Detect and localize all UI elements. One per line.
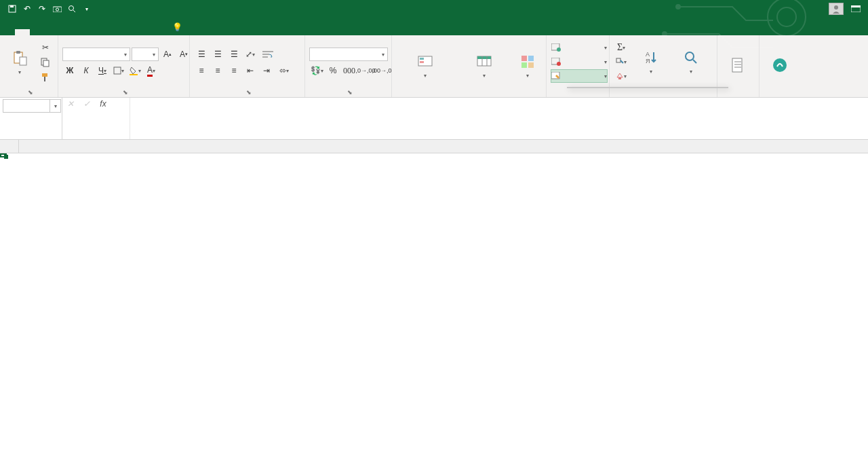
format-cells-button[interactable]: ▾ bbox=[551, 69, 608, 83]
tab-page-layout[interactable] bbox=[45, 29, 60, 35]
save-icon[interactable] bbox=[5, 2, 19, 16]
svg-point-11 bbox=[676, 5, 680, 9]
active-cell[interactable] bbox=[0, 153, 7, 157]
svg-rect-19 bbox=[114, 67, 121, 74]
align-right-icon[interactable]: ≡ bbox=[226, 64, 241, 77]
group-number: ▾ 💱▾ % 000 ,0→,00 ,00→,0 ⬊ bbox=[305, 35, 392, 97]
dialog-launcher-icon[interactable]: ⬊ bbox=[123, 89, 128, 96]
svg-point-3 bbox=[56, 8, 58, 11]
fill-color-icon[interactable]: ▾ bbox=[127, 64, 142, 77]
svg-rect-26 bbox=[420, 61, 424, 63]
border-icon[interactable]: ▾ bbox=[111, 64, 126, 77]
decrease-indent-icon[interactable]: ⇤ bbox=[243, 64, 258, 77]
tab-home[interactable] bbox=[15, 29, 30, 35]
increase-decimal-icon[interactable]: ,0→,00 bbox=[358, 64, 373, 77]
svg-rect-17 bbox=[43, 60, 49, 67]
format-as-table-button[interactable]: ▾ bbox=[457, 41, 511, 90]
shrink-font-icon[interactable]: A▾ bbox=[176, 48, 191, 61]
underline-button[interactable]: Ч ▾ bbox=[95, 64, 110, 77]
clear-icon[interactable]: ▾ bbox=[614, 69, 629, 83]
number-format-combo[interactable]: ▾ bbox=[309, 48, 388, 61]
align-left-icon[interactable]: ≡ bbox=[194, 64, 209, 77]
dialog-launcher-icon[interactable]: ⬊ bbox=[246, 89, 252, 96]
tab-help[interactable] bbox=[134, 29, 149, 35]
copy-icon[interactable] bbox=[38, 56, 53, 69]
create-budget-button[interactable] bbox=[764, 41, 796, 90]
cut-icon[interactable]: ✂ bbox=[38, 41, 53, 54]
tab-review[interactable] bbox=[104, 29, 119, 35]
align-middle-icon[interactable]: ☰ bbox=[210, 48, 225, 61]
svg-point-38 bbox=[557, 62, 561, 66]
orientation-icon[interactable]: ⤢▾ bbox=[243, 48, 258, 61]
svg-text:Я: Я bbox=[646, 58, 650, 64]
undo-icon[interactable]: ↶ bbox=[20, 2, 34, 16]
ribbon-display-icon[interactable] bbox=[849, 2, 863, 16]
svg-point-50 bbox=[773, 58, 787, 72]
formula-buttons: ✕ ✓ fx bbox=[62, 98, 130, 139]
enter-formula-icon[interactable]: ✓ bbox=[79, 99, 95, 109]
svg-rect-33 bbox=[521, 62, 527, 68]
font-name-combo[interactable]: ▾ bbox=[62, 48, 130, 61]
align-top-icon[interactable]: ☰ bbox=[194, 48, 209, 61]
tab-view[interactable] bbox=[119, 29, 134, 35]
svg-rect-34 bbox=[528, 62, 534, 68]
cancel-formula-icon[interactable]: ✕ bbox=[62, 99, 79, 109]
format-painter-icon[interactable] bbox=[38, 71, 53, 84]
decrease-decimal-icon[interactable]: ,00→,0 bbox=[374, 64, 389, 77]
align-center-icon[interactable]: ≡ bbox=[210, 64, 225, 77]
paste-button[interactable]: ▾ bbox=[4, 38, 35, 87]
percent-format-icon[interactable]: % bbox=[326, 64, 340, 77]
dialog-launcher-icon[interactable]: ⬊ bbox=[28, 89, 33, 96]
delete-cells-button[interactable]: ▾ bbox=[551, 55, 608, 69]
svg-line-45 bbox=[693, 60, 696, 63]
fx-icon[interactable]: fx bbox=[95, 99, 111, 109]
print-preview-icon[interactable] bbox=[65, 2, 79, 16]
cell-styles-button[interactable]: ▾ bbox=[513, 41, 542, 90]
avatar[interactable] bbox=[829, 3, 844, 15]
merge-center-icon[interactable]: ⬄▾ bbox=[275, 64, 293, 77]
svg-rect-20 bbox=[130, 74, 138, 75]
wrap-text-icon[interactable] bbox=[259, 48, 277, 61]
fill-handle[interactable] bbox=[4, 155, 8, 159]
increase-indent-icon[interactable]: ⇥ bbox=[259, 64, 274, 77]
comma-format-icon[interactable]: 000 bbox=[342, 64, 357, 77]
tab-power-pivot[interactable] bbox=[149, 29, 164, 35]
svg-line-5 bbox=[73, 10, 75, 12]
tab-developer[interactable] bbox=[75, 29, 90, 35]
svg-rect-28 bbox=[477, 56, 491, 59]
tab-insert[interactable] bbox=[30, 29, 45, 35]
select-all-corner[interactable] bbox=[0, 140, 19, 153]
dialog-launcher-icon[interactable]: ⬊ bbox=[347, 89, 353, 96]
fill-icon[interactable]: ▾ bbox=[614, 55, 629, 69]
formula-input[interactable] bbox=[130, 98, 868, 139]
bold-button[interactable]: Ж bbox=[62, 64, 77, 77]
group-clipboard: ▾ ✂ ⬊ bbox=[0, 35, 58, 97]
title-bar: ↶ ↷ ▾ bbox=[0, 0, 868, 18]
name-box-dropdown[interactable]: ▾ bbox=[50, 99, 61, 113]
other-button[interactable] bbox=[722, 41, 754, 90]
accounting-format-icon[interactable]: 💱▾ bbox=[309, 64, 324, 77]
tab-data[interactable] bbox=[90, 29, 104, 35]
autosum-icon[interactable]: Σ ▾ bbox=[614, 41, 629, 54]
font-color-icon[interactable]: А▾ bbox=[144, 64, 159, 77]
group-font: ▾ ▾ A▴ A▾ Ж К Ч ▾ ▾ ▾ А▾ ⬊ bbox=[58, 35, 190, 97]
camera-icon[interactable] bbox=[50, 2, 64, 16]
qat-dropdown-icon[interactable]: ▾ bbox=[80, 2, 94, 16]
font-size-combo[interactable]: ▾ bbox=[132, 48, 159, 61]
svg-rect-8 bbox=[851, 5, 861, 7]
svg-rect-32 bbox=[528, 56, 534, 61]
svg-rect-31 bbox=[521, 56, 527, 61]
redo-icon[interactable]: ↷ bbox=[35, 2, 49, 16]
group-alignment: ☰ ☰ ☰ ⤢▾ ≡ ≡ ≡ ⇤ ⇥ ⬄▾ ⬊ bbox=[190, 35, 305, 97]
find-select-button[interactable]: ▾ bbox=[673, 37, 709, 86]
sort-filter-button[interactable]: АЯ ▾ bbox=[631, 37, 671, 86]
grow-font-icon[interactable]: A▴ bbox=[160, 48, 175, 61]
tab-formulas[interactable] bbox=[60, 29, 75, 35]
cell-reference-input[interactable] bbox=[3, 99, 50, 113]
tell-me-search[interactable]: 💡 bbox=[172, 22, 186, 35]
italic-button[interactable]: К bbox=[79, 64, 94, 77]
align-bottom-icon[interactable]: ☰ bbox=[226, 48, 241, 61]
tab-file[interactable] bbox=[0, 29, 15, 35]
insert-cells-button[interactable]: ▾ bbox=[551, 41, 608, 54]
conditional-formatting-button[interactable]: ▾ bbox=[396, 41, 454, 90]
